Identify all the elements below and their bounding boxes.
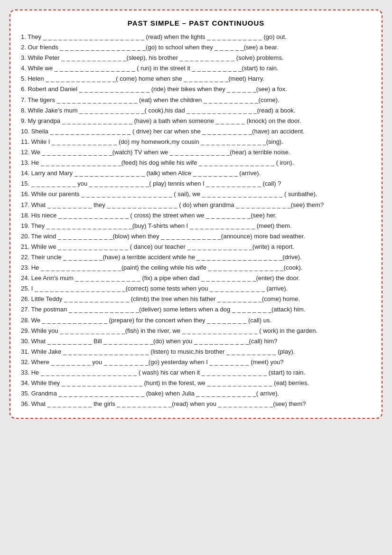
sentence-item: 19. They _ _ _ _ _ _ _ _ _ _ _ _ _ _ _ _… <box>21 221 371 231</box>
sentence-item: 27. The postman _ _ _ _ _ _ _ _ _ _ _ _ … <box>21 304 371 315</box>
sentence-item: 5. Helen _ _ _ _ _ _ _ _ _ _ _ _ _ _( co… <box>21 74 371 84</box>
sentence-item: 6. Robert and Daniel _ _ _ _ _ _ _ _ _ _… <box>21 84 371 94</box>
sentence-item: 18. His niece _ _ _ _ _ _ _ _ _ _ _ _ _ … <box>21 210 371 221</box>
sentence-item: 12. We _ _ _ _ _ _ _ _ _ _ _ _ _ _(watch… <box>21 147 371 158</box>
sentence-item: 14. Larry and Mary _ _ _ _ _ _ _ _ _ _ _… <box>21 168 371 179</box>
sentence-item: 17. What _ _ _ _ _ _ _ _ _ they _ _ _ _ … <box>21 200 371 210</box>
sentence-item: 13. He _ _ _ _ _ _ _ _ _ _ _ _ _ _ _ _(f… <box>21 158 371 168</box>
sentence-item: 4. While we _ _ _ _ _ _ _ _ _ _ _ _ _ _ … <box>21 63 371 74</box>
sentence-item: 22. Their uncle _ _ _ _ _ _ _ _(have) a … <box>21 252 371 263</box>
sentence-item: 35. Grandma _ _ _ _ _ _ _ _ _ _ _ _ _ _ … <box>21 388 371 399</box>
sentence-item: 31. While Jake _ _ _ _ _ _ _ _ _ _ _ _ _… <box>21 347 371 357</box>
sentence-item: 33. He _ _ _ _ _ _ _ _ _ _ _ _ _ _ _ _ _… <box>21 367 371 378</box>
sentence-item: 30. What _ _ _ _ _ _ _ _ _ Bill _ _ _ _ … <box>21 336 371 347</box>
sentence-item: 2. Our friends _ _ _ _ _ _ _ _ _ _ _ _ _… <box>21 42 371 53</box>
sentence-item: 32. Where _ _ _ _ _ _ _ _ you _ _ _ _ _ … <box>21 357 371 367</box>
sentence-item: 23. He _ _ _ _ _ _ _ _ _ _ _ _ _ _ _ _(p… <box>21 263 371 273</box>
sentence-item: 20. The wind _ _ _ _ _ _ _ _ _ _ _(blow)… <box>21 231 371 242</box>
sentence-item: 25. I _ _ _ _ _ _ _ _ _ _ _ _ _ _ _ _ _ … <box>21 283 371 294</box>
worksheet-title: PAST SIMPLE – PAST CONTINUOUS <box>21 19 371 27</box>
sentence-item: 28. We _ _ _ _ _ _ _ _ _ _ _ _ _ (prepar… <box>21 315 371 326</box>
sentence-item: 7. The tigers _ _ _ _ _ _ _ _ _ _ _ _ _ … <box>21 95 371 105</box>
sentence-item: 21. While we _ _ _ _ _ _ _ _ _ _ _ _ _ _… <box>21 242 371 252</box>
sentence-item: 26. Little Teddy _ _ _ _ _ _ _ _ _ _ _ _… <box>21 294 371 304</box>
sentence-item: 16. While our parents _ _ _ _ _ _ _ _ _ … <box>21 189 371 199</box>
sentence-item: 15. _ _ _ _ _ _ _ _ _ you _ _ _ _ _ _ _ … <box>21 179 371 189</box>
sentence-list: 1. They _ _ _ _ _ _ _ _ _ _ _ _ _ _ _ _ … <box>21 32 371 409</box>
worksheet: PAST SIMPLE – PAST CONTINUOUS 1. They _ … <box>9 9 383 419</box>
sentence-item: 29. While you _ _ _ _ _ _ _ _ _ _ _ _ _(… <box>21 326 371 336</box>
sentence-item: 36. What _ _ _ _ _ _ _ _ _ the girls _ _… <box>21 399 371 409</box>
sentence-item: 8. While Jake's mum _ _ _ _ _ _ _ _ _ _ … <box>21 105 371 116</box>
sentence-item: 11. While I _ _ _ _ _ _ _ _ _ _ _ _ _ (d… <box>21 137 371 147</box>
sentence-item: 34. While they _ _ _ _ _ _ _ _ _ _ _ _ _… <box>21 378 371 388</box>
sentence-item: 3. While Peter _ _ _ _ _ _ _ _ _ _ _ _ _… <box>21 53 371 63</box>
sentence-item: 24. Lee Ann's mum _ _ _ _ _ _ _ _ _ _ _ … <box>21 273 371 283</box>
sentence-item: 10. Sheila _ _ _ _ _ _ _ _ _ _ _ _ _ _ _… <box>21 126 371 137</box>
sentence-item: 1. They _ _ _ _ _ _ _ _ _ _ _ _ _ _ _ _ … <box>21 32 371 42</box>
sentence-item: 9. My grandpa _ _ _ _ _ _ _ _ _ _ _ _ _ … <box>21 116 371 126</box>
